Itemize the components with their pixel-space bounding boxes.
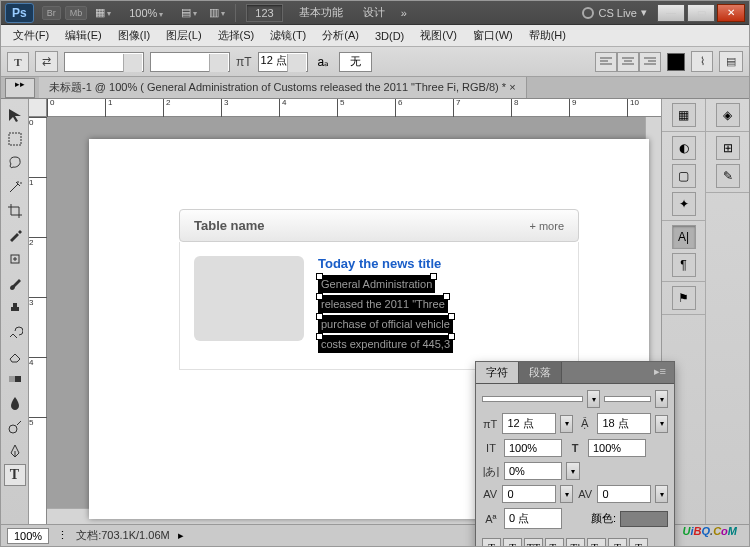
character-panel[interactable]: 字符 段落 ▸≡ ▾ ▾ πT 12 点▾ Ậ 18 点▾ IT 100% T … [475,361,675,547]
gradient-tool[interactable] [4,368,26,390]
menu-3d[interactable]: 3D(D) [367,27,412,45]
brush-tool[interactable] [4,272,26,294]
align-left-button[interactable] [595,52,617,72]
leading-input[interactable]: 18 点 [597,413,651,434]
clone-stamp-tool[interactable] [4,296,26,318]
cslive-button[interactable]: CS Live ▾ [576,4,653,21]
type-style-button[interactable]: TT [524,538,543,547]
selected-text-line[interactable]: costs expenditure of 445,3 [318,335,453,353]
ruler-origin[interactable] [29,99,47,117]
warp-text-button[interactable]: ⌇ [691,51,713,72]
font-size-select[interactable]: 12 点 [258,52,308,72]
move-tool[interactable] [4,104,26,126]
type-style-button[interactable]: Ŧ [629,538,648,547]
menu-file[interactable]: 文件(F) [5,25,57,46]
menu-image[interactable]: 图像(I) [110,25,158,46]
tab-character[interactable]: 字符 [476,362,519,383]
extras-dropdown[interactable]: ▤ [177,4,201,21]
dodge-tool[interactable] [4,416,26,438]
layers-panel-icon[interactable]: ◈ [716,103,740,127]
panel-menu-button[interactable]: ▸≡ [646,362,674,383]
type-style-button[interactable]: T [503,538,522,547]
antialias-select[interactable]: 无 [339,52,372,72]
ruler-vertical[interactable]: 012345 [29,117,47,524]
status-resize-handle[interactable]: ⋮ [57,529,68,542]
mock-news-body-selected[interactable]: General Administrationreleased the 2011 … [318,275,564,355]
maximize-button[interactable]: ▭ [687,4,715,22]
font-style-select[interactable] [150,52,230,72]
tab-paragraph[interactable]: 段落 [519,362,562,383]
lasso-tool[interactable] [4,152,26,174]
status-menu-arrow[interactable]: ▸ [178,529,184,542]
minibridge-button[interactable]: Mb [65,6,88,20]
doc-arrange-dropdown[interactable]: ▥ [205,4,229,21]
tool-preset-button[interactable]: T [7,52,29,72]
font-size-input[interactable]: 12 点 [502,413,556,434]
baseline-input[interactable]: 0 点 [504,508,562,529]
paragraph-panel-icon[interactable]: ¶ [672,253,696,277]
screen-mode-dropdown[interactable]: ▦ [91,4,115,21]
type-tool[interactable]: T [4,464,26,486]
close-button[interactable]: ✕ [717,4,745,22]
scale-horizontal-input[interactable]: 100% [588,439,646,457]
type-style-button[interactable]: T₁ [587,538,606,547]
type-style-button[interactable]: T [608,538,627,547]
type-style-button[interactable]: T [482,538,501,547]
marquee-tool[interactable] [4,128,26,150]
tsume-input[interactable]: 0% [504,462,562,480]
align-right-button[interactable] [639,52,661,72]
scale-vertical-input[interactable]: 100% [504,439,562,457]
font-family-input[interactable] [482,396,583,402]
font-family-drop[interactable]: ▾ [587,390,600,408]
text-orientation-button[interactable]: ⇄ [35,51,58,72]
healing-brush-tool[interactable] [4,248,26,270]
font-style-input[interactable] [604,396,651,402]
history-brush-tool[interactable] [4,320,26,342]
bridge-button[interactable]: Br [42,6,61,20]
tracking-input[interactable]: 0 [597,485,651,503]
color-panel-icon[interactable]: ▦ [672,103,696,127]
magic-wand-tool[interactable] [4,176,26,198]
document-close-icon[interactable]: × [509,81,515,93]
status-doc-size[interactable]: 文档:703.1K/1.06M [76,528,170,543]
menu-edit[interactable]: 编辑(E) [57,25,110,46]
info-panel-icon[interactable]: ⚑ [672,286,696,310]
selected-text-line[interactable]: released the 2011 "Three [318,295,448,313]
menu-view[interactable]: 视图(V) [412,25,465,46]
character-panel-toggle[interactable]: ▤ [719,51,743,72]
menu-analysis[interactable]: 分析(A) [314,25,367,46]
menu-window[interactable]: 窗口(W) [465,25,521,46]
menu-layer[interactable]: 图层(L) [158,25,209,46]
collapse-panels-button[interactable]: ▸▸ [5,78,35,98]
status-zoom-input[interactable]: 100% [7,528,49,544]
eyedropper-tool[interactable] [4,224,26,246]
masks-panel-icon[interactable]: ▢ [672,164,696,188]
crop-tool[interactable] [4,200,26,222]
character-panel-icon[interactable]: A| [672,225,696,249]
menu-help[interactable]: 帮助(H) [521,25,574,46]
workspace-more-dropdown[interactable]: » [397,5,411,21]
align-center-button[interactable] [617,52,639,72]
menu-filter[interactable]: 滤镜(T) [262,25,314,46]
document-tab[interactable]: 未标题-1 @ 100% ( General Administration of… [39,77,527,98]
pen-tool[interactable] [4,440,26,462]
kerning-input[interactable]: 0 [502,485,556,503]
selected-text-line[interactable]: purchase of official vehicle [318,315,453,333]
type-style-button[interactable]: Tr [545,538,564,547]
font-family-select[interactable] [64,52,144,72]
font-style-drop[interactable]: ▾ [655,390,668,408]
adjustments-panel-icon[interactable]: ◐ [672,136,696,160]
workspace-basic-tab[interactable]: 基本功能 [289,3,353,22]
selected-text-line[interactable]: General Administration [318,275,435,293]
minimize-button[interactable]: — [657,4,685,22]
blur-tool[interactable] [4,392,26,414]
channels-panel-icon[interactable]: ⊞ [716,136,740,160]
type-style-button[interactable]: T¹ [566,538,585,547]
text-color-swatch[interactable] [667,53,685,71]
eraser-tool[interactable] [4,344,26,366]
workspace-design-tab[interactable]: 设计 [353,3,395,22]
text-color-swatch[interactable] [620,511,668,527]
ruler-horizontal[interactable]: 012345678910 [47,99,661,117]
paths-panel-icon[interactable]: ✎ [716,164,740,188]
zoom-level-dropdown[interactable]: 100% [121,5,171,21]
